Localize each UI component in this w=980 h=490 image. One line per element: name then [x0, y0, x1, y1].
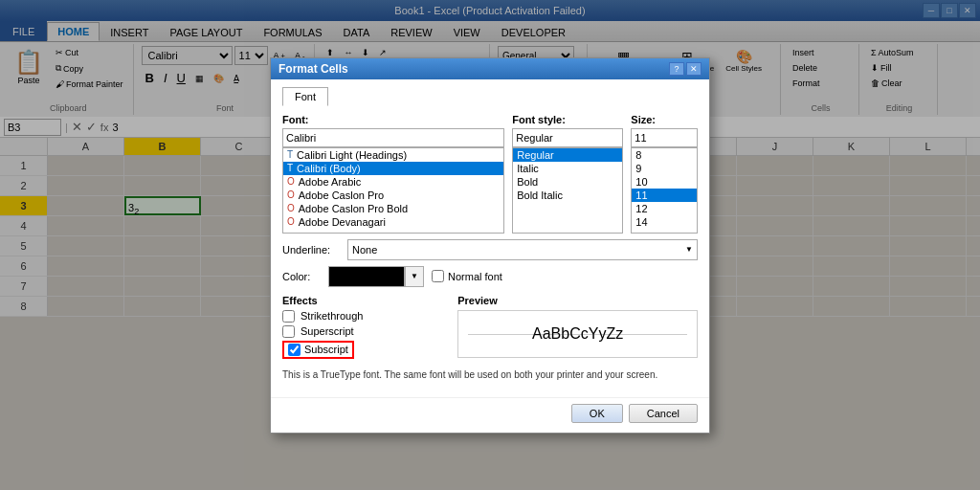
format-cells-dialog: Format Cells ? ✕ Font Font:	[270, 138, 710, 434]
color-row: Color: ▼ Normal font	[282, 266, 698, 287]
underline-row: Underline: None ▼	[282, 239, 698, 260]
normal-font-checkbox-label[interactable]: Normal font	[432, 270, 502, 282]
superscript-checkbox[interactable]	[282, 325, 295, 338]
app-container: Book1 - Excel (Product Activation Failed…	[0, 0, 980, 490]
normal-font-checkbox[interactable]	[432, 270, 444, 282]
superscript-row: Superscript	[282, 325, 442, 338]
font-icon-t2: T	[287, 163, 293, 173]
strikethrough-label: Strikethrough	[301, 310, 363, 322]
font-size-input[interactable]	[631, 138, 698, 147]
list-item[interactable]: 9	[632, 162, 697, 175]
font-icon-t: T	[287, 149, 293, 160]
list-item[interactable]: O Adobe Arabic	[283, 175, 503, 189]
list-item[interactable]: 8	[632, 148, 697, 162]
list-item[interactable]: T Calibri Light (Headings)	[283, 148, 503, 162]
list-item[interactable]: Regular	[513, 148, 622, 162]
list-item[interactable]: Bold	[513, 175, 622, 189]
font-icon-o2: O	[287, 189, 295, 200]
strikethrough-checkbox[interactable]	[282, 310, 295, 323]
effects-label: Effects	[282, 295, 442, 306]
preview-label: Preview	[457, 295, 698, 306]
modal-overlay: Format Cells ? ✕ Font Font:	[0, 138, 980, 490]
underline-label: Underline:	[282, 244, 340, 256]
underline-select[interactable]: None ▼	[347, 239, 698, 260]
color-picker[interactable]	[328, 266, 405, 287]
list-item[interactable]: Italic	[513, 162, 622, 175]
font-list[interactable]: T Calibri Light (Headings) T Calibri (Bo…	[282, 147, 504, 234]
effects-preview-row: Effects Strikethrough Superscript	[282, 295, 698, 369]
list-item[interactable]: Bold Italic	[513, 189, 622, 202]
color-label: Color:	[282, 271, 321, 282]
list-item[interactable]: O Adobe Caslon Pro	[283, 189, 503, 202]
list-item[interactable]: 10	[632, 175, 697, 189]
effects-section: Effects Strikethrough Superscript	[282, 295, 442, 362]
cancel-button[interactable]: Cancel	[629, 404, 698, 423]
subscript-checked-indicator: Subscript	[282, 341, 354, 359]
font-col: Font: T Calibri Light (Headings) T Calib…	[282, 138, 504, 234]
subscript-checkbox[interactable]	[288, 344, 301, 356]
list-item[interactable]: O Adobe Devanagari	[283, 215, 503, 229]
font-style-size-row: Font: T Calibri Light (Headings) T Calib…	[282, 138, 698, 234]
preview-box: AaBbCcYyZz	[457, 310, 698, 358]
font-size-col: Size: 8 9 10 11 12 14	[631, 138, 698, 234]
font-style-input[interactable]	[512, 138, 623, 147]
font-input[interactable]	[282, 138, 504, 147]
underline-dropdown-icon: ▼	[685, 245, 693, 254]
info-text: This is a TrueType font. The same font w…	[282, 369, 698, 380]
list-item[interactable]: 14	[632, 215, 697, 229]
list-item[interactable]: O Adobe Caslon Pro Bold	[283, 202, 503, 215]
font-icon-o3: O	[287, 203, 295, 213]
superscript-label: Superscript	[301, 325, 354, 337]
dialog-footer: OK Cancel	[271, 397, 709, 433]
list-item[interactable]: 12	[632, 202, 697, 215]
dialog-body: Font Font: T Calibri Light (Headings)	[271, 138, 709, 397]
font-icon-o1: O	[287, 176, 295, 187]
list-item[interactable]: 11	[632, 189, 697, 202]
strikethrough-row: Strikethrough	[282, 310, 442, 323]
preview-section: Preview AaBbCcYyZz	[457, 295, 698, 362]
ok-button[interactable]: OK	[571, 404, 623, 423]
list-item[interactable]: T Calibri (Body)	[283, 162, 503, 175]
subscript-row: Subscript	[282, 341, 442, 359]
underline-value: None	[352, 244, 377, 256]
font-icon-o4: O	[287, 216, 295, 227]
font-style-col: Font style: Regular Italic Bold Bold Ita…	[512, 138, 623, 234]
subscript-label: Subscript	[304, 344, 348, 355]
font-style-list[interactable]: Regular Italic Bold Bold Italic	[512, 147, 623, 234]
preview-text: AaBbCcYyZz	[532, 325, 623, 343]
color-dropdown-button[interactable]: ▼	[405, 266, 424, 287]
font-size-list[interactable]: 8 9 10 11 12 14	[631, 147, 698, 234]
